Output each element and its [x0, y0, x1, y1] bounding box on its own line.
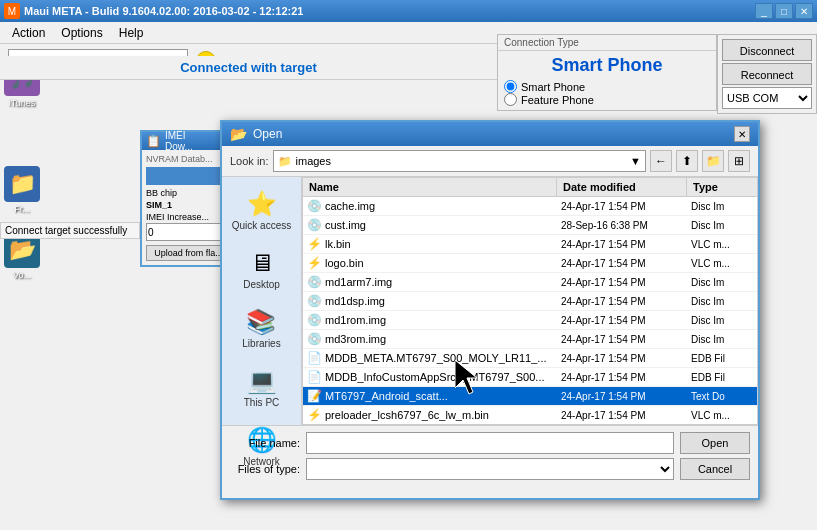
minimize-button[interactable]: _ — [755, 3, 773, 19]
view-toggle-button[interactable]: ⊞ — [728, 150, 750, 172]
file-row[interactable]: 📄 MDDB_META.MT6797_S00_MOLY_LR11_... 24-… — [303, 349, 757, 368]
file-date: 24-Apr-17 1:54 PM — [557, 390, 687, 403]
bb-chip-bar — [146, 167, 231, 185]
menu-action[interactable]: Action — [4, 24, 53, 42]
menu-options[interactable]: Options — [53, 24, 110, 42]
maximize-button[interactable]: □ — [775, 3, 793, 19]
file-name-label: File name: — [230, 437, 300, 449]
desktop-label: Desktop — [243, 279, 280, 290]
nav-back-button[interactable]: ← — [650, 150, 672, 172]
title-bar: M Maui META - Bulid 9.1604.02.00: 2016-0… — [0, 0, 817, 22]
connected-text: Connected with target — [8, 60, 489, 75]
col-name-header[interactable]: Name — [303, 178, 557, 196]
file-type: Disc Im — [687, 219, 757, 232]
file-name-input[interactable] — [306, 432, 674, 454]
radio-feature-phone-input[interactable] — [504, 93, 517, 106]
radio-smart-phone[interactable]: Smart Phone — [504, 80, 710, 93]
look-in-label: Look in: — [230, 155, 269, 167]
usb-dropdown[interactable]: USB COM — [722, 87, 812, 109]
file-icon: 💿 — [303, 294, 321, 308]
shortcut-desktop[interactable]: 🖥 Desktop — [238, 244, 285, 295]
radio-smart-phone-input[interactable] — [504, 80, 517, 93]
file-type: VLC m... — [687, 409, 757, 422]
file-row[interactable]: ⚡ logo.bin 24-Apr-17 1:54 PM VLC m... — [303, 254, 757, 273]
file-icon: 💿 — [303, 199, 321, 213]
file-row[interactable]: 💿 md1dsp.img 24-Apr-17 1:54 PM Disc Im — [303, 292, 757, 311]
file-type: VLC m... — [687, 238, 757, 251]
imei-value-input[interactable] — [146, 223, 231, 241]
this-pc-label: This PC — [244, 397, 280, 408]
file-row[interactable]: 💿 cache.img 24-Apr-17 1:54 PM Disc Im — [303, 197, 757, 216]
dialog-toolbar: Look in: 📁 images ▼ ← ⬆ 📁 ⊞ — [222, 146, 758, 177]
desktop-icon-2[interactable]: 📂 Vo... — [4, 232, 40, 280]
connected-banner: Connected with target — [0, 56, 497, 80]
file-date: 24-Apr-17 1:54 PM — [557, 371, 687, 384]
dialog-file-list: Name Date modified Type 💿 cache.img 24-A… — [302, 177, 758, 425]
file-date: 24-Apr-17 1:54 PM — [557, 314, 687, 327]
file-row[interactable]: 💿 md1rom.img 24-Apr-17 1:54 PM Disc Im — [303, 311, 757, 330]
app-icon: M — [4, 3, 20, 19]
file-row[interactable]: 💿 md3rom.img 24-Apr-17 1:54 PM Disc Im — [303, 330, 757, 349]
file-date: 24-Apr-17 1:54 PM — [557, 409, 687, 422]
file-date: 24-Apr-17 1:54 PM — [557, 276, 687, 289]
file-icon: ⚡ — [303, 408, 321, 421]
file-type: VLC m... — [687, 257, 757, 270]
shortcut-quick-access[interactable]: ⭐ Quick access — [227, 185, 296, 236]
file-date: 24-Apr-17 1:54 PM — [557, 238, 687, 251]
icon-1-image: 📁 — [4, 166, 40, 202]
col-date-header[interactable]: Date modified — [557, 178, 687, 196]
file-type: Text Do — [687, 390, 757, 403]
menu-help[interactable]: Help — [111, 24, 152, 42]
file-icon: 📄 — [303, 351, 321, 365]
file-type: Disc Im — [687, 200, 757, 213]
file-list-header: Name Date modified Type — [303, 178, 757, 197]
file-name: lk.bin — [321, 237, 557, 251]
dialog-title: 📂 Open — [230, 126, 282, 142]
file-date: 28-Sep-16 6:38 PM — [557, 219, 687, 232]
nav-up-button[interactable]: ⬆ — [676, 150, 698, 172]
disconnect-button[interactable]: Disconnect — [722, 39, 812, 61]
shortcut-libraries[interactable]: 📚 Libraries — [237, 303, 285, 354]
file-row[interactable]: ⚡ preloader_lcsh6797_6c_lw_m.bin 24-Apr-… — [303, 406, 757, 421]
dialog-bottom: File name: Open Files of type: Cancel — [222, 425, 758, 490]
file-date: 24-Apr-17 1:54 PM — [557, 257, 687, 270]
col-type-header[interactable]: Type — [687, 178, 757, 196]
cancel-button[interactable]: Cancel — [680, 458, 750, 480]
file-name: md1arm7.img — [321, 275, 557, 289]
app-window: M Maui META - Bulid 9.1604.02.00: 2016-0… — [0, 0, 817, 530]
file-icon: ⚡ — [303, 237, 321, 251]
file-list-body: 💿 cache.img 24-Apr-17 1:54 PM Disc Im 💿 … — [303, 197, 757, 421]
file-type: EDB Fil — [687, 371, 757, 384]
file-row[interactable]: 💿 cust.img 28-Sep-16 6:38 PM Disc Im — [303, 216, 757, 235]
reconnect-button[interactable]: Reconnect — [722, 63, 812, 85]
radio-feature-phone[interactable]: Feature Phone — [504, 93, 710, 106]
file-name-row: File name: Open — [230, 432, 750, 454]
open-dialog: 📂 Open ✕ Look in: 📁 images ▼ ← ⬆ 📁 ⊞ — [220, 120, 760, 500]
window-controls: _ □ ✕ — [755, 3, 813, 19]
file-icon: 📄 — [303, 370, 321, 384]
file-icon: 💿 — [303, 218, 321, 232]
file-name: md1dsp.img — [321, 294, 557, 308]
file-date: 24-Apr-17 1:54 PM — [557, 295, 687, 308]
shortcut-this-pc[interactable]: 💻 This PC — [239, 362, 285, 413]
file-icon: ⚡ — [303, 256, 321, 270]
file-row[interactable]: 📄 MDDB_InfoCustomAppSrcP_MT6797_S00... 2… — [303, 368, 757, 387]
open-button[interactable]: Open — [680, 432, 750, 454]
close-button[interactable]: ✕ — [795, 3, 813, 19]
file-name: md3rom.img — [321, 332, 557, 346]
files-of-type-dropdown[interactable] — [306, 458, 674, 480]
file-date: 24-Apr-17 1:54 PM — [557, 200, 687, 213]
upload-button[interactable]: Upload from fla... — [146, 245, 231, 261]
dialog-close-button[interactable]: ✕ — [734, 126, 750, 142]
new-folder-button[interactable]: 📁 — [702, 150, 724, 172]
file-row[interactable]: ⚡ lk.bin 24-Apr-17 1:54 PM VLC m... — [303, 235, 757, 254]
look-in-dropdown[interactable]: 📁 images ▼ — [273, 150, 646, 172]
file-row[interactable]: 💿 md1arm7.img 24-Apr-17 1:54 PM Disc Im — [303, 273, 757, 292]
file-date: 24-Apr-17 1:54 PM — [557, 333, 687, 346]
file-row[interactable]: 📝 MT6797_Android_scatt... 24-Apr-17 1:54… — [303, 387, 757, 406]
files-of-type-row: Files of type: Cancel — [230, 458, 750, 480]
icon-2-label: Vo... — [13, 270, 31, 280]
desktop-icon-1[interactable]: 📁 Fr... — [4, 166, 40, 214]
file-icon: 💿 — [303, 313, 321, 327]
disconnect-panel: Disconnect Reconnect USB COM — [717, 34, 817, 114]
